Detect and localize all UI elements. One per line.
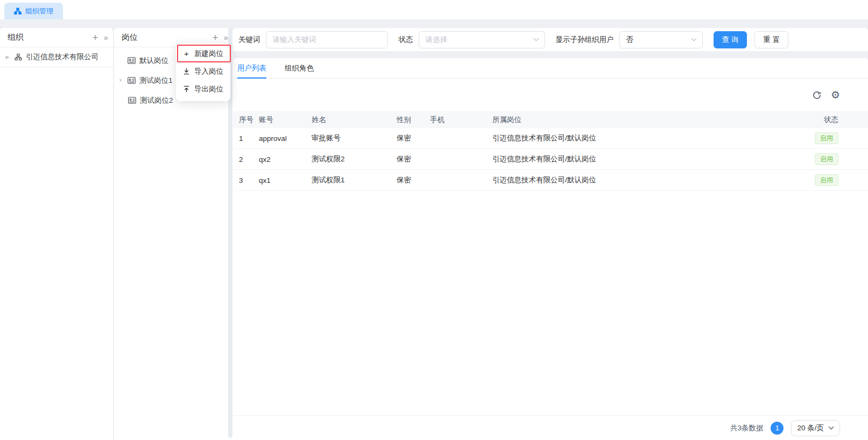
table-header-row: 序号 账号 姓名 性别 手机 所属岗位 状态: [233, 111, 868, 128]
tree-item-label: 引迈信息技术有限公司: [26, 52, 98, 62]
reset-button[interactable]: 重 置: [754, 31, 788, 48]
status-select-placeholder: 请选择: [426, 35, 533, 45]
status-badge: 启用: [815, 153, 838, 165]
status-badge: 启用: [815, 132, 838, 144]
menu-item-import-position[interactable]: 导入岗位: [176, 62, 230, 80]
table-toolbar: ⚙: [233, 79, 868, 111]
chevron-down-icon: [828, 426, 834, 430]
page-number-button[interactable]: 1: [771, 422, 784, 435]
caret-down-icon[interactable]: ▼: [117, 78, 124, 83]
main-area: 关键词 状态 请选择 显示子孙组织用户 否 查 询 重 置 用户列表 组织: [233, 28, 868, 440]
organization-panel-more-icon[interactable]: »: [104, 33, 108, 41]
keyword-label: 关键词: [238, 35, 260, 45]
user-table: 序号 账号 姓名 性别 手机 所属岗位 状态 1 approval 审批账号 保…: [233, 111, 868, 191]
keyword-input[interactable]: [266, 31, 388, 48]
descendant-users-label: 显示子孙组织用户: [556, 35, 614, 45]
tree-item-label: 测试岗位1: [139, 76, 173, 86]
page-size-select[interactable]: 20 条/页: [791, 420, 840, 436]
total-count-text: 共3条数据: [730, 423, 764, 433]
chevron-down-icon: [691, 38, 697, 41]
tree-item-label: 默认岗位: [139, 56, 168, 66]
organization-management-screen: 组织管理 组织 + » ▶ 引迈信息技术有限公司 岗位 +: [0, 0, 868, 440]
id-card-icon: [128, 57, 136, 64]
filter-bar: 关键词 状态 请选择 显示子孙组织用户 否 查 询 重 置: [233, 28, 868, 51]
table-row[interactable]: 1 approval 审批账号 保密 引迈信息技术有限公司/默认岗位 启用: [233, 128, 868, 149]
content-tabs: 用户列表 组织角色: [233, 58, 868, 79]
tree-item-company[interactable]: ▶ 引迈信息技术有限公司: [0, 47, 113, 67]
status-select[interactable]: 请选择: [419, 31, 545, 48]
menu-item-new-position[interactable]: + 新建岗位: [176, 45, 230, 62]
positions-panel-more-icon[interactable]: »: [224, 33, 228, 41]
positions-panel-title: 岗位: [122, 32, 213, 42]
window-tab-bar: 组织管理: [0, 0, 868, 19]
gear-icon[interactable]: ⚙: [831, 90, 840, 100]
add-position-icon[interactable]: +: [213, 32, 218, 42]
caret-right-icon[interactable]: ▶: [4, 54, 11, 60]
menu-item-export-position[interactable]: 导出岗位: [176, 80, 230, 98]
id-card-icon: [128, 97, 136, 104]
chevron-down-icon: [533, 38, 539, 41]
content-card: 用户列表 组织角色 ⚙ 序号 账号 姓名: [233, 58, 868, 440]
descendant-users-select[interactable]: 否: [619, 31, 703, 48]
plus-icon: +: [183, 49, 190, 58]
tab-user-list[interactable]: 用户列表: [237, 58, 266, 78]
table-row[interactable]: 2 qx2 测试权限2 保密 引迈信息技术有限公司/默认岗位 启用: [233, 149, 868, 170]
status-label: 状态: [399, 35, 413, 45]
organization-panel: 组织 + » ▶ 引迈信息技术有限公司: [0, 28, 113, 440]
table-row[interactable]: 3 qx1 测试权限1 保密 引迈信息技术有限公司/默认岗位 启用: [233, 170, 868, 191]
add-organization-icon[interactable]: +: [93, 32, 98, 42]
import-icon: [183, 68, 190, 75]
id-card-icon: [128, 77, 136, 84]
tab-organization-management[interactable]: 组织管理: [4, 3, 63, 19]
export-icon: [183, 86, 190, 93]
organization-panel-header: 组织 + »: [0, 28, 113, 47]
search-button[interactable]: 查 询: [714, 31, 747, 48]
pagination-bar: 共3条数据 1 20 条/页: [233, 415, 868, 440]
position-actions-menu: + 新建岗位 导入岗位 导出岗位: [176, 43, 230, 101]
org-node-icon: [15, 53, 22, 61]
organization-panel-title: 组织: [8, 32, 93, 42]
sitemap-icon: [14, 8, 22, 15]
descendant-users-value: 否: [626, 35, 691, 45]
tree-item-label: 测试岗位2: [140, 96, 173, 105]
tab-organization-roles[interactable]: 组织角色: [285, 58, 314, 78]
window-tab-label: 组织管理: [25, 6, 53, 16]
refresh-icon[interactable]: [812, 90, 822, 100]
status-badge: 启用: [815, 174, 838, 186]
